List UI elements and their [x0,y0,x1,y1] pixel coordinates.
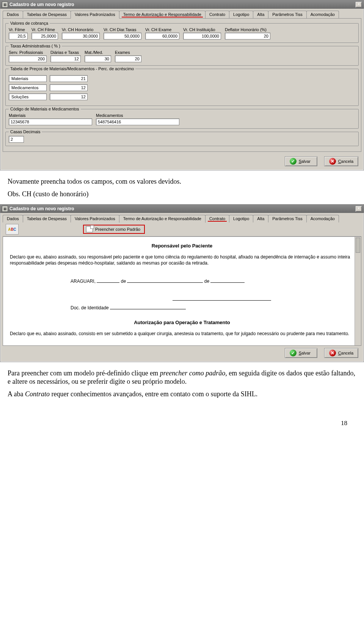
group-valores-cobranca: Valores de cobrança Vr. Filme Vr. CH Fil… [5,23,359,43]
doc-city: ARAGUARI, [71,279,96,284]
doc-heading-responsavel: Reponsável pelo Paciente [10,243,354,249]
tab-acomodacao[interactable]: Acomodação [306,215,339,222]
input-vr-chhon[interactable] [62,33,100,39]
termo-toolbar: ABC Preencher como Padrão [3,222,361,236]
salvar-button[interactable]: ✓ Salvar [285,156,317,166]
doc-de1: de [121,279,126,284]
tab-termo-autorizacao[interactable]: Termo de Autorização e Responsabilidade [119,215,206,223]
group-codigos: Código de Materiais e Medicamentos Mater… [5,109,359,129]
input-cod-medicamentos[interactable] [96,118,179,125]
input-casas-decimais[interactable] [9,136,24,143]
lbl-vr-chfilme: Vr. CH Filme [31,27,58,32]
bt-p1a: Para preencher com um modelo pré-definid… [8,369,160,377]
app-icon: ▦ [2,2,8,8]
legend-precos: Tabela de Preços de Materiais/Medicament… [9,66,135,71]
tab-tabelas-despesas[interactable]: Tabelas de Despesas [23,11,71,18]
lbl-vr-chdiar: Vr. CH Diar.Taxas [104,27,141,32]
lbl-materiais: Materiais [9,75,47,82]
lbl-vr-filme: Vr. Filme [9,27,28,32]
tab-termo-autorizacao[interactable]: Termo de Autorização e Responsabilidade [119,11,206,18]
doc-p1: Novamente preencha todos os campos, com … [8,177,356,186]
input-diarias-taxas[interactable] [50,55,81,62]
group-taxas-administrativas: Taxas Administrativas ( % ) Serv. Profis… [5,46,359,66]
salvar-label: alvar [301,351,311,355]
tab-alta[interactable]: Alta [253,215,268,222]
input-vr-filme[interactable] [9,33,28,39]
input-vr-chdiar[interactable] [104,33,141,39]
doc-heading-autorizacao: Autorização para Operação e Tratamento [10,320,354,325]
cancela-mnemonic: C [338,159,341,164]
input-matmed[interactable] [85,55,111,62]
tabbar-2: Dados Tabelas de Despesas Valores Padron… [0,213,364,222]
tab-parametros-tiss[interactable]: Parâmetros Tiss [268,215,306,222]
input-vr-chinst[interactable] [183,33,221,39]
close-button-2[interactable]: × [355,206,362,212]
page-number: 18 [0,404,364,427]
document-text-2: Para preencher com um modelo pré-definid… [0,365,364,405]
window-title-2: Cadastro de um novo registro [9,206,355,211]
lbl-solucoes: Soluções [9,93,47,100]
tab-content-valores: Valores de cobrança Vr. Filme Vr. CH Fil… [3,18,361,152]
window-valores-padronizados: ▦ Cadastro de um novo registro × Dados T… [0,0,364,170]
tab-dados[interactable]: Dados [3,11,23,18]
tab-tabelas-despesas[interactable]: Tabelas de Despesas [23,215,71,222]
tab-valores-padronizados[interactable]: Valores Padronizados [71,11,119,19]
lbl-vr-chex: Vr. CH Exame [145,27,179,32]
cancela-mnemonic: C [338,351,341,355]
copy-icon [86,226,93,232]
tab-logotipo[interactable]: Logotipo [229,215,253,222]
check-icon: ✓ [290,158,297,165]
lbl-vr-chhon: Vr. CH Honorário [62,27,100,32]
tab-dados[interactable]: Dados [3,215,23,222]
tab-parametros-tiss[interactable]: Parâmetros Tiss [268,11,306,18]
input-deflator[interactable] [225,33,270,39]
group-casas-decimais: Casas Decimais [5,132,359,146]
cancela-label: ancela [341,351,353,355]
lbl-serv-prof: Serv. Profissionais [9,50,47,55]
bt-p2c: requer conhecimentos avançados, entre em… [52,390,258,398]
doc-id-label: Doc. de Identidade [71,305,109,310]
doc-paragraph-2: Declaro que eu, abaixo assinado, consist… [10,331,354,337]
bt-p2b: Contrato [25,390,50,398]
close-button[interactable]: × [355,2,362,8]
scrollbar-thumb[interactable] [356,238,360,253]
input-exames[interactable] [115,55,141,62]
document-editor[interactable]: Reponsável pelo Paciente Declaro que eu,… [3,236,361,346]
input-solucoes[interactable] [50,93,88,100]
salvar-label: alvar [301,159,311,164]
dialog-buttons: ✓ Salvar ✕ Cancela [0,154,364,170]
tab-contrato[interactable]: Contrato [205,215,229,222]
salvar-button[interactable]: ✓ Salvar [285,348,317,358]
group-precos-materiais: Tabela de Preços de Materiais/Medicament… [5,69,359,106]
lbl-deflator: Deflator Honorário (%) [225,27,270,32]
input-materiais[interactable] [50,75,88,82]
titlebar: ▦ Cadastro de um novo registro × [0,0,364,9]
doc-de2: de [204,279,209,284]
preencher-como-padrao-button[interactable]: Preencher como Padrão [83,225,145,234]
cancela-button[interactable]: ✕ Cancela [324,348,358,358]
legend-casas: Casas Decimais [9,129,42,134]
abc-icon[interactable]: ABC [6,224,19,235]
tab-acomodacao[interactable]: Acomodação [306,11,339,18]
tab-contrato[interactable]: Contrato [205,11,229,18]
cancela-button[interactable]: ✕ Cancela [324,156,358,166]
legend-codigos: Código de Materiais e Medicamentos [9,107,81,111]
tab-alta[interactable]: Alta [253,11,268,18]
lbl-vr-chinst: Vr. CH Instituição [183,27,221,32]
bt-p2a: A aba [8,390,25,398]
input-cod-materiais[interactable] [9,118,92,125]
tab-valores-padronizados[interactable]: Valores Padronizados [71,215,119,222]
x-icon: ✕ [329,158,336,165]
lbl-cod-materiais: Materiais [9,113,92,118]
lbl-matmed: Mat./Med. [85,50,111,55]
check-icon: ✓ [290,350,297,356]
input-vr-chex[interactable] [145,33,179,39]
window-title: Cadastro de um novo registro [9,2,355,7]
input-medicamentos[interactable] [50,84,88,91]
lbl-cod-medicamentos: Medicamentos [96,113,179,118]
lbl-exames: Exames [115,50,141,55]
tabbar: Dados Tabelas de Despesas Valores Padron… [0,9,364,18]
input-serv-prof[interactable] [9,55,47,62]
input-vr-chfilme[interactable] [31,33,58,39]
tab-logotipo[interactable]: Logotipo [229,11,253,18]
